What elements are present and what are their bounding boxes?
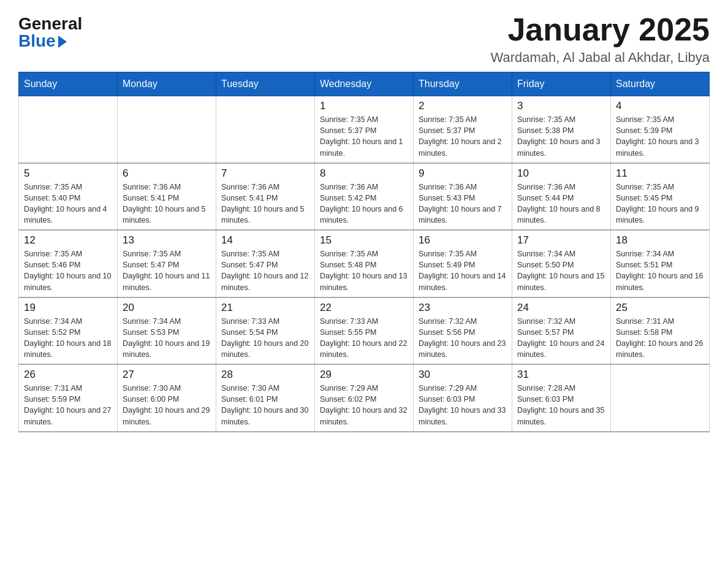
- day-number: 15: [320, 234, 408, 247]
- day-number: 9: [419, 167, 507, 180]
- title-block: January 2025 Wardamah, Al Jabal al Akhda…: [491, 12, 710, 66]
- calendar-cell: 28Sunrise: 7:30 AMSunset: 6:01 PMDayligh…: [216, 364, 315, 432]
- day-number: 28: [221, 369, 309, 381]
- day-info: Sunrise: 7:35 AMSunset: 5:49 PMDaylight:…: [419, 248, 507, 293]
- day-number: 26: [24, 369, 112, 381]
- calendar-cell: 7Sunrise: 7:36 AMSunset: 5:41 PMDaylight…: [216, 163, 315, 231]
- day-info: Sunrise: 7:28 AMSunset: 6:03 PMDaylight:…: [517, 383, 605, 427]
- day-info: Sunrise: 7:35 AMSunset: 5:37 PMDaylight:…: [419, 114, 507, 159]
- day-info: Sunrise: 7:36 AMSunset: 5:43 PMDaylight:…: [419, 182, 507, 226]
- calendar-cell: 19Sunrise: 7:34 AMSunset: 5:52 PMDayligh…: [19, 297, 118, 365]
- day-number: 29: [320, 369, 408, 381]
- day-number: 7: [221, 167, 309, 180]
- calendar-cell: 2Sunrise: 7:35 AMSunset: 5:37 PMDaylight…: [414, 96, 512, 163]
- day-number: 30: [419, 369, 507, 381]
- header-row: SundayMondayTuesdayWednesdayThursdayFrid…: [19, 72, 710, 96]
- calendar-cell: [216, 96, 315, 163]
- day-info: Sunrise: 7:35 AMSunset: 5:40 PMDaylight:…: [24, 182, 112, 226]
- calendar-cell: 25Sunrise: 7:31 AMSunset: 5:58 PMDayligh…: [611, 297, 710, 365]
- logo-arrow-icon: [58, 36, 67, 48]
- calendar-cell: 21Sunrise: 7:33 AMSunset: 5:54 PMDayligh…: [216, 297, 315, 365]
- day-info: Sunrise: 7:35 AMSunset: 5:38 PMDaylight:…: [517, 114, 605, 159]
- header-saturday: Saturday: [611, 72, 710, 96]
- day-number: 11: [616, 167, 704, 180]
- calendar-cell: 15Sunrise: 7:35 AMSunset: 5:48 PMDayligh…: [315, 230, 414, 297]
- calendar-cell: [118, 96, 216, 163]
- header-monday: Monday: [118, 72, 216, 96]
- logo: General Blue: [18, 12, 82, 50]
- calendar-cell: 10Sunrise: 7:36 AMSunset: 5:44 PMDayligh…: [512, 163, 611, 231]
- day-number: 6: [123, 167, 211, 180]
- day-number: 20: [123, 302, 211, 314]
- day-info: Sunrise: 7:34 AMSunset: 5:52 PMDaylight:…: [24, 316, 112, 361]
- day-info: Sunrise: 7:35 AMSunset: 5:47 PMDaylight:…: [221, 248, 309, 293]
- day-info: Sunrise: 7:35 AMSunset: 5:37 PMDaylight:…: [320, 114, 408, 159]
- day-info: Sunrise: 7:35 AMSunset: 5:48 PMDaylight:…: [320, 248, 408, 293]
- day-number: 19: [24, 302, 112, 314]
- day-number: 17: [517, 234, 605, 247]
- day-info: Sunrise: 7:36 AMSunset: 5:41 PMDaylight:…: [123, 182, 211, 226]
- calendar-cell: 31Sunrise: 7:28 AMSunset: 6:03 PMDayligh…: [512, 364, 611, 432]
- calendar-cell: 18Sunrise: 7:34 AMSunset: 5:51 PMDayligh…: [611, 230, 710, 297]
- calendar-cell: 22Sunrise: 7:33 AMSunset: 5:55 PMDayligh…: [315, 297, 414, 365]
- calendar-table: SundayMondayTuesdayWednesdayThursdayFrid…: [18, 72, 710, 432]
- day-info: Sunrise: 7:34 AMSunset: 5:51 PMDaylight:…: [616, 248, 704, 293]
- day-info: Sunrise: 7:31 AMSunset: 5:58 PMDaylight:…: [616, 316, 704, 361]
- week-row-2: 5Sunrise: 7:35 AMSunset: 5:40 PMDaylight…: [19, 163, 710, 231]
- calendar-cell: [611, 364, 710, 432]
- day-number: 13: [123, 234, 211, 247]
- day-number: 5: [24, 167, 112, 180]
- day-number: 31: [517, 369, 605, 381]
- day-info: Sunrise: 7:35 AMSunset: 5:45 PMDaylight:…: [616, 182, 704, 226]
- calendar-cell: 12Sunrise: 7:35 AMSunset: 5:46 PMDayligh…: [19, 230, 118, 297]
- day-info: Sunrise: 7:33 AMSunset: 5:55 PMDaylight:…: [320, 316, 408, 361]
- calendar-cell: 24Sunrise: 7:32 AMSunset: 5:57 PMDayligh…: [512, 297, 611, 365]
- day-info: Sunrise: 7:33 AMSunset: 5:54 PMDaylight:…: [221, 316, 309, 361]
- day-number: 1: [320, 100, 408, 112]
- day-info: Sunrise: 7:30 AMSunset: 6:01 PMDaylight:…: [221, 383, 309, 427]
- calendar-cell: 11Sunrise: 7:35 AMSunset: 5:45 PMDayligh…: [611, 163, 710, 231]
- day-number: 22: [320, 302, 408, 314]
- day-number: 16: [419, 234, 507, 247]
- calendar-cell: 17Sunrise: 7:34 AMSunset: 5:50 PMDayligh…: [512, 230, 611, 297]
- calendar-body: 1Sunrise: 7:35 AMSunset: 5:37 PMDaylight…: [19, 96, 710, 432]
- week-row-1: 1Sunrise: 7:35 AMSunset: 5:37 PMDaylight…: [19, 96, 710, 163]
- header-thursday: Thursday: [414, 72, 512, 96]
- day-info: Sunrise: 7:29 AMSunset: 6:02 PMDaylight:…: [320, 383, 408, 427]
- header-tuesday: Tuesday: [216, 72, 315, 96]
- calendar-cell: 6Sunrise: 7:36 AMSunset: 5:41 PMDaylight…: [118, 163, 216, 231]
- day-number: 14: [221, 234, 309, 247]
- calendar-cell: 14Sunrise: 7:35 AMSunset: 5:47 PMDayligh…: [216, 230, 315, 297]
- header-wednesday: Wednesday: [315, 72, 414, 96]
- day-info: Sunrise: 7:34 AMSunset: 5:53 PMDaylight:…: [123, 316, 211, 361]
- day-info: Sunrise: 7:34 AMSunset: 5:50 PMDaylight:…: [517, 248, 605, 293]
- day-number: 10: [517, 167, 605, 180]
- page-title: January 2025: [491, 12, 710, 47]
- calendar-cell: 23Sunrise: 7:32 AMSunset: 5:56 PMDayligh…: [414, 297, 512, 365]
- calendar-cell: 16Sunrise: 7:35 AMSunset: 5:49 PMDayligh…: [414, 230, 512, 297]
- calendar-cell: 13Sunrise: 7:35 AMSunset: 5:47 PMDayligh…: [118, 230, 216, 297]
- week-row-5: 26Sunrise: 7:31 AMSunset: 5:59 PMDayligh…: [19, 364, 710, 432]
- day-number: 3: [517, 100, 605, 112]
- calendar-cell: 4Sunrise: 7:35 AMSunset: 5:39 PMDaylight…: [611, 96, 710, 163]
- day-number: 18: [616, 234, 704, 247]
- day-number: 23: [419, 302, 507, 314]
- day-info: Sunrise: 7:36 AMSunset: 5:44 PMDaylight:…: [517, 182, 605, 226]
- calendar-cell: 8Sunrise: 7:36 AMSunset: 5:42 PMDaylight…: [315, 163, 414, 231]
- day-number: 24: [517, 302, 605, 314]
- week-row-3: 12Sunrise: 7:35 AMSunset: 5:46 PMDayligh…: [19, 230, 710, 297]
- calendar-cell: 1Sunrise: 7:35 AMSunset: 5:37 PMDaylight…: [315, 96, 414, 163]
- calendar-cell: 26Sunrise: 7:31 AMSunset: 5:59 PMDayligh…: [19, 364, 118, 432]
- day-info: Sunrise: 7:35 AMSunset: 5:39 PMDaylight:…: [616, 114, 704, 159]
- day-number: 2: [419, 100, 507, 112]
- day-info: Sunrise: 7:35 AMSunset: 5:46 PMDaylight:…: [24, 248, 112, 293]
- day-info: Sunrise: 7:30 AMSunset: 6:00 PMDaylight:…: [123, 383, 211, 427]
- day-info: Sunrise: 7:36 AMSunset: 5:42 PMDaylight:…: [320, 182, 408, 226]
- page-subtitle: Wardamah, Al Jabal al Akhdar, Libya: [491, 50, 710, 66]
- day-info: Sunrise: 7:29 AMSunset: 6:03 PMDaylight:…: [419, 383, 507, 427]
- calendar-cell: 20Sunrise: 7:34 AMSunset: 5:53 PMDayligh…: [118, 297, 216, 365]
- calendar-cell: 9Sunrise: 7:36 AMSunset: 5:43 PMDaylight…: [414, 163, 512, 231]
- day-number: 12: [24, 234, 112, 247]
- calendar-cell: 5Sunrise: 7:35 AMSunset: 5:40 PMDaylight…: [19, 163, 118, 231]
- day-number: 21: [221, 302, 309, 314]
